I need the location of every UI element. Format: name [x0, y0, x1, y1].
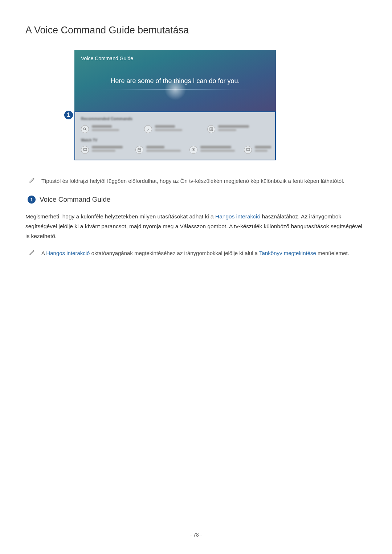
search-icon [81, 125, 89, 133]
body-text-a: Megismerheti, hogy a különféle helyzetek… [25, 213, 215, 219]
section-badge-1: 1 [28, 196, 36, 204]
command-row [81, 146, 269, 154]
pencil-icon [29, 250, 35, 255]
link-hangos-interakcio: Hangos interakció [215, 213, 260, 219]
commands-panel: Recommended Commands ♪ [74, 111, 276, 160]
svg-point-0 [83, 128, 86, 130]
note-row: A Hangos interakció oktatóanyagának megt… [25, 249, 367, 258]
recommended-commands-label: Recommended Commands [81, 116, 269, 121]
command-item [244, 146, 269, 154]
note2-b: oktatóanyagának megtekintéséhez az irány… [90, 250, 259, 256]
svg-rect-14 [246, 148, 250, 151]
svg-line-1 [86, 130, 87, 131]
command-item [135, 146, 181, 154]
svg-point-13 [193, 149, 194, 151]
note-text: A Hangos interakció oktatóanyagának megt… [41, 249, 349, 258]
marker-badge-1: 1 [64, 110, 74, 120]
screenshot-illustration: Voice Command Guide Here are some of the… [74, 50, 276, 160]
command-row: ♪ [81, 125, 269, 133]
pencil-icon [29, 177, 35, 183]
command-item [189, 146, 235, 154]
subsection-header: 1 Voice Command Guide [25, 196, 367, 204]
watch-tv-label: Watch TV [81, 138, 269, 142]
note-text: Típustól és földrajzi helytől függően el… [41, 177, 344, 185]
calendar-icon [135, 146, 143, 154]
screenshot-header: Voice Command Guide Here are some of the… [74, 50, 276, 111]
command-item [81, 125, 135, 133]
link-tankonyv: Tankönyv megtekintése [259, 250, 316, 256]
body-paragraph: Megismerheti, hogy a különféle helyzetek… [25, 212, 367, 241]
tv-icon [81, 146, 89, 154]
svg-rect-2 [210, 128, 213, 131]
light-glow [164, 78, 186, 100]
music-icon: ♪ [144, 125, 152, 133]
timeshift-icon [244, 146, 252, 154]
command-item [207, 125, 262, 133]
note2-a: A [41, 250, 46, 256]
command-item [81, 146, 127, 154]
svg-rect-8 [138, 149, 141, 151]
guide-title: Voice Command Guide [74, 50, 276, 67]
command-item: ♪ [144, 125, 199, 133]
svg-rect-5 [83, 148, 87, 151]
note2-c: menüelemet. [316, 250, 349, 256]
page-number: - 78 - [190, 532, 202, 538]
section-title: Voice Command Guide [40, 196, 110, 204]
link-hangos-interakcio-2: Hangos interakció [46, 250, 90, 256]
note-row: Típustól és földrajzi helytől függően el… [25, 177, 367, 185]
record-icon [189, 146, 197, 154]
info-icon [207, 125, 215, 133]
page-title: A Voice Command Guide bemutatása [25, 25, 367, 36]
